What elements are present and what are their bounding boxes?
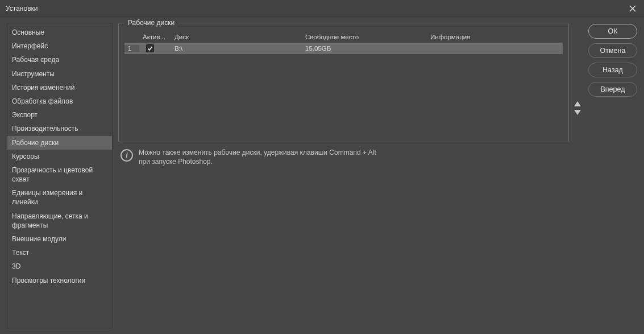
row-active[interactable] (139, 44, 171, 52)
sidebar-item[interactable]: Экспорт (7, 108, 112, 122)
sidebar-item[interactable]: Просмотры технологии (7, 274, 112, 287)
ok-button[interactable]: ОК (588, 24, 637, 39)
panel-title: Рабочие диски (124, 19, 178, 27)
sidebar-item[interactable]: Основные (7, 26, 112, 39)
dialog-buttons: ОК Отмена Назад Вперед (588, 23, 637, 328)
col-info[interactable]: Информация (427, 34, 563, 40)
sidebar-item[interactable]: Прозрачность и цветовой охват (7, 163, 112, 186)
next-button[interactable]: Вперед (588, 82, 637, 97)
sidebar-item[interactable]: Рабочие диски (7, 136, 112, 150)
col-active[interactable]: Актив... (139, 34, 171, 40)
table-header: Актив... Диск Свободное место Информация (124, 31, 563, 43)
window-title: Установки (6, 5, 38, 13)
sidebar-item[interactable]: История изменений (7, 81, 112, 94)
cancel-button[interactable]: Отмена (588, 43, 637, 58)
close-button[interactable] (626, 2, 639, 15)
sidebar-item[interactable]: Рабочая среда (7, 53, 112, 67)
sidebar-item[interactable]: Направляющие, сетка и фрагменты (7, 209, 112, 232)
info-icon: i (121, 149, 133, 162)
sidebar-item[interactable]: Внешние модули (7, 232, 112, 246)
sidebar-item[interactable]: Обработка файлов (7, 94, 112, 108)
active-checkbox[interactable] (146, 44, 154, 52)
col-disk[interactable]: Диск (171, 34, 302, 40)
sidebar-item[interactable]: Курсоры (7, 150, 112, 163)
sidebar-item[interactable]: Единицы измерения и линейки (7, 186, 112, 209)
sidebar-item[interactable]: Интерфейс (7, 39, 112, 53)
table-row[interactable]: 1B:\15.05GB (124, 43, 563, 54)
col-free[interactable]: Свободное место (302, 34, 427, 40)
move-down-button[interactable] (574, 110, 581, 115)
sidebar: ОсновныеИнтерфейсРабочая средаИнструмент… (7, 23, 113, 328)
sidebar-item[interactable]: Инструменты (7, 67, 112, 81)
scratch-disks-table: Актив... Диск Свободное место Информация… (124, 31, 563, 54)
reorder-arrows (572, 23, 583, 142)
titlebar: Установки (0, 0, 644, 17)
hint: i Можно также изменить рабочие диски, уд… (118, 147, 583, 167)
prev-button[interactable]: Назад (588, 63, 637, 77)
sidebar-item[interactable]: 3D (7, 259, 112, 273)
hint-text: Можно также изменить рабочие диски, удер… (139, 148, 376, 166)
row-index: 1 (124, 45, 139, 52)
close-icon (629, 5, 637, 13)
sidebar-item[interactable]: Текст (7, 246, 112, 259)
row-free: 15.05GB (302, 45, 427, 52)
row-disk: B:\ (171, 45, 302, 52)
move-up-button[interactable] (574, 101, 581, 106)
sidebar-item[interactable]: Производительность (7, 122, 112, 135)
scratch-disks-panel: Рабочие диски Актив... Диск Свободное ме… (118, 23, 569, 142)
